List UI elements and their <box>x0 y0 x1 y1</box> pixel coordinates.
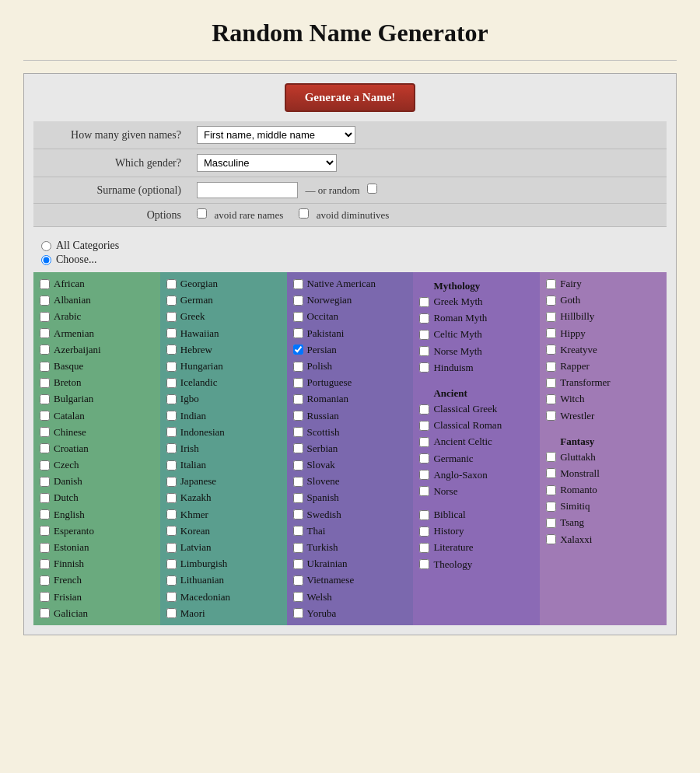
cb-french[interactable] <box>40 575 50 586</box>
cb-portuguese[interactable] <box>293 378 303 388</box>
cb-icelandic[interactable] <box>166 378 177 388</box>
cb-roman-myth[interactable] <box>419 313 429 324</box>
cb-romanian[interactable] <box>293 394 303 404</box>
cb-hippy[interactable] <box>546 328 556 338</box>
cb-anglo-saxon[interactable] <box>419 470 429 480</box>
cb-norse[interactable] <box>419 486 429 496</box>
cb-esperanto[interactable] <box>40 526 50 536</box>
cb-macedonian[interactable] <box>166 592 177 602</box>
cb-germanic[interactable] <box>419 453 429 463</box>
cb-persian[interactable] <box>293 345 303 355</box>
cb-norwegian[interactable] <box>293 296 303 306</box>
cb-danish[interactable] <box>40 477 50 487</box>
cb-african[interactable] <box>40 279 50 289</box>
cb-wrestler[interactable] <box>546 411 556 421</box>
cb-khmer[interactable] <box>166 509 177 519</box>
cb-irish[interactable] <box>166 443 177 453</box>
cb-history[interactable] <box>419 526 429 537</box>
cb-thai[interactable] <box>293 526 303 536</box>
cb-occitan[interactable] <box>293 312 303 322</box>
cb-goth[interactable] <box>546 296 556 306</box>
cb-serbian[interactable] <box>293 443 303 453</box>
cb-galician[interactable] <box>40 608 50 618</box>
cb-classical-greek[interactable] <box>419 404 429 414</box>
cb-xalaxxi[interactable] <box>546 534 556 544</box>
surname-random-checkbox[interactable] <box>367 184 377 194</box>
cb-igbo[interactable] <box>166 394 177 404</box>
cb-bulgarian[interactable] <box>40 394 50 404</box>
cb-greek[interactable] <box>166 312 177 322</box>
cb-monstrall[interactable] <box>546 468 556 478</box>
cb-catalan[interactable] <box>40 411 50 421</box>
cb-finnish[interactable] <box>40 559 50 569</box>
cb-simitiq[interactable] <box>546 502 556 512</box>
cb-slovene[interactable] <box>293 477 303 487</box>
cb-croatian[interactable] <box>40 443 50 453</box>
cb-polish[interactable] <box>293 362 303 372</box>
cb-literature[interactable] <box>419 543 429 553</box>
gender-select[interactable]: Masculine Feminine Either <box>197 154 337 172</box>
cb-basque[interactable] <box>40 362 50 372</box>
cb-korean[interactable] <box>166 526 177 536</box>
generate-button[interactable]: Generate a Name! <box>285 83 416 112</box>
cb-hebrew[interactable] <box>166 345 177 355</box>
cb-latvian[interactable] <box>166 543 177 553</box>
cb-swedish[interactable] <box>293 509 303 519</box>
cb-native-american[interactable] <box>293 279 303 289</box>
given-names-select[interactable]: First name only First name, middle name … <box>197 126 355 144</box>
avoid-rare-checkbox[interactable] <box>197 208 207 219</box>
cb-lithuanian[interactable] <box>166 575 177 586</box>
cb-azerbaijani[interactable] <box>40 345 50 355</box>
cb-spanish[interactable] <box>293 493 303 503</box>
cb-japanese[interactable] <box>166 477 177 487</box>
cb-arabic[interactable] <box>40 312 50 322</box>
cb-italian[interactable] <box>166 460 177 470</box>
cb-breton[interactable] <box>40 378 50 388</box>
cb-celtic-myth[interactable] <box>419 330 429 340</box>
cb-vietnamese[interactable] <box>293 575 303 586</box>
cb-hungarian[interactable] <box>166 362 177 372</box>
cb-indian[interactable] <box>166 411 177 421</box>
avoid-diminutives-checkbox[interactable] <box>299 208 309 219</box>
cb-czech[interactable] <box>40 460 50 470</box>
cb-dutch[interactable] <box>40 493 50 503</box>
cb-turkish[interactable] <box>293 543 303 553</box>
cb-armenian[interactable] <box>40 328 50 338</box>
cb-norse-myth[interactable] <box>419 346 429 356</box>
cb-welsh[interactable] <box>293 592 303 602</box>
cb-indonesian[interactable] <box>166 427 177 437</box>
all-categories-radio[interactable] <box>41 241 51 251</box>
cb-romanto[interactable] <box>546 485 556 495</box>
cb-kreatyve[interactable] <box>546 345 556 355</box>
cb-chinese[interactable] <box>40 427 50 437</box>
cb-witch[interactable] <box>546 394 556 404</box>
cb-ancient-celtic[interactable] <box>419 437 429 447</box>
cb-fairy[interactable] <box>546 279 556 289</box>
cb-frisian[interactable] <box>40 592 50 602</box>
choose-radio[interactable] <box>41 255 51 265</box>
cb-russian[interactable] <box>293 411 303 421</box>
cb-georgian[interactable] <box>166 279 177 289</box>
cb-rapper[interactable] <box>546 362 556 372</box>
cb-ukrainian[interactable] <box>293 559 303 569</box>
cb-classical-roman[interactable] <box>419 421 429 431</box>
cb-kazakh[interactable] <box>166 493 177 503</box>
all-categories-radio-item[interactable]: All Categories <box>41 240 659 252</box>
cb-biblical[interactable] <box>419 510 429 520</box>
cb-maori[interactable] <box>166 608 177 618</box>
cb-transformer[interactable] <box>546 378 556 388</box>
cb-yoruba[interactable] <box>293 608 303 618</box>
cb-greek-myth[interactable] <box>419 297 429 307</box>
cb-pakistani[interactable] <box>293 328 303 338</box>
cb-hawaiian[interactable] <box>166 328 177 338</box>
cb-theology[interactable] <box>419 559 429 569</box>
cb-english[interactable] <box>40 509 50 519</box>
cb-hillbilly[interactable] <box>546 312 556 322</box>
cb-hinduism[interactable] <box>419 362 429 373</box>
surname-input[interactable] <box>197 182 298 198</box>
cb-albanian[interactable] <box>40 296 50 306</box>
cb-slovak[interactable] <box>293 460 303 470</box>
cb-limburgish[interactable] <box>166 559 177 569</box>
cb-estonian[interactable] <box>40 543 50 553</box>
choose-radio-item[interactable]: Choose... <box>41 254 659 266</box>
